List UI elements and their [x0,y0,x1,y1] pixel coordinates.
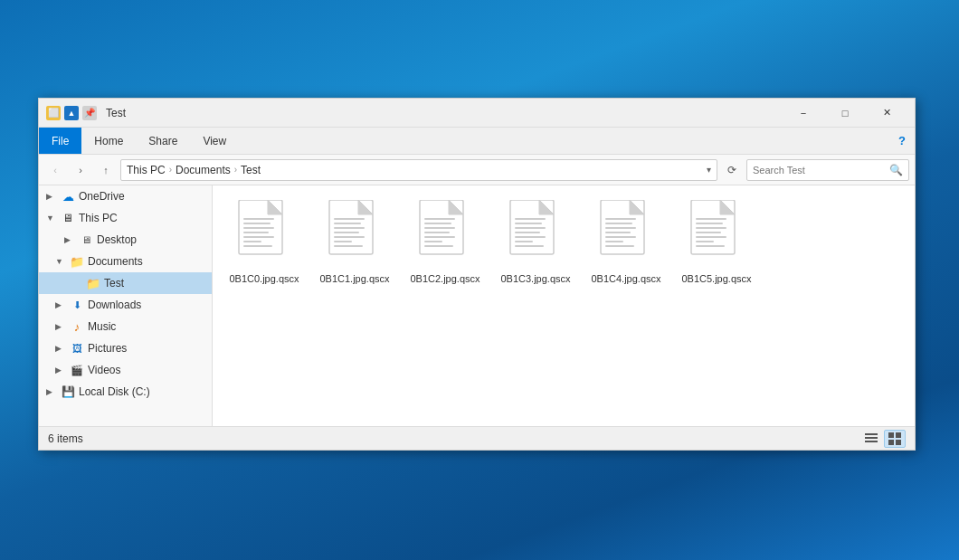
file-name-3: 0B1C3.jpg.qscx [500,272,570,285]
sidebar-item-thispc[interactable]: ▼ 🖥 This PC [39,207,212,229]
sidebar-item-desktop[interactable]: ▶ 🖥 Desktop [39,229,212,251]
file-name-0: 0B1C0.jpg.qscx [229,272,299,285]
expand-videos: ▶ [55,365,66,375]
menu-tab-home[interactable]: Home [81,128,136,154]
address-bar[interactable]: This PC › Documents › Test ▾ [120,159,717,181]
file-name-2: 0B1C2.jpg.qscx [410,272,480,285]
search-input[interactable] [753,165,889,176]
file-icon-1 [326,200,384,269]
file-icon-4 [597,200,655,269]
search-icon[interactable]: 🔍 [889,164,903,176]
menu-tab-view[interactable]: View [190,128,239,154]
svg-rect-27 [424,236,455,238]
test-icon: 📁 [86,276,100,290]
svg-rect-65 [888,440,894,445]
up-button[interactable]: ↑ [95,159,117,181]
svg-rect-44 [605,223,632,224]
svg-rect-39 [515,245,544,247]
svg-rect-63 [888,432,894,438]
svg-rect-25 [424,227,455,229]
file-item-5[interactable]: 0B1C5.jpg.qscx [676,196,757,289]
folder-icon-yellow: ⬜ [46,106,61,120]
item-count: 6 items [48,432,83,445]
svg-rect-14 [334,223,361,224]
svg-rect-23 [424,218,455,220]
documents-label: Documents [88,255,143,268]
menu-tab-share[interactable]: Share [136,128,190,154]
documents-icon: 📁 [70,254,84,269]
address-dropdown[interactable]: ▾ [707,165,711,175]
expand-music: ▶ [55,322,66,331]
svg-rect-60 [865,433,878,435]
title-bar-icons: ⬜ ▲ 📌 [46,106,97,120]
file-item-0[interactable]: 0B1C0.jpg.qscx [223,196,305,289]
expand-documents: ▼ [55,257,66,266]
grid-view-button[interactable] [884,430,906,448]
list-view-button[interactable] [860,430,882,448]
forward-button[interactable]: › [70,159,91,181]
svg-rect-48 [605,241,623,242]
minimize-button[interactable]: − [783,99,824,128]
nav-bar: ‹ › ↑ This PC › Documents › Test ▾ ⟳ 🔍 [39,155,915,185]
back-button[interactable]: ‹ [44,159,66,181]
file-explorer-window: ⬜ ▲ 📌 Test − □ ✕ File Home Share View ? … [38,98,916,451]
file-item-3[interactable]: 0B1C3.jpg.qscx [495,196,576,289]
svg-rect-62 [865,441,878,442]
svg-rect-56 [696,232,721,233]
svg-rect-64 [896,432,901,438]
sidebar-item-downloads[interactable]: ▶ ⬇ Downloads [39,294,212,316]
downloads-label: Downloads [88,299,141,311]
svg-rect-18 [334,241,352,242]
svg-rect-35 [515,227,546,229]
file-item-1[interactable]: 0B1C1.jpg.qscx [314,196,395,289]
svg-rect-55 [696,227,726,229]
maximize-button[interactable]: □ [824,99,866,128]
refresh-button[interactable]: ⟳ [721,159,743,181]
close-button[interactable]: ✕ [866,99,907,128]
svg-rect-38 [515,241,533,242]
svg-rect-26 [424,232,450,233]
search-box[interactable]: 🔍 [746,159,909,181]
svg-rect-9 [243,245,272,247]
expand-downloads: ▶ [55,300,66,309]
expand-pictures: ▶ [55,344,66,353]
file-name-4: 0B1C4.jpg.qscx [591,272,660,285]
status-bar: 6 items [39,426,915,450]
list-view-icon [865,432,878,445]
svg-rect-16 [334,232,359,233]
file-name-1: 0B1C1.jpg.qscx [319,272,389,285]
svg-rect-19 [334,245,363,247]
svg-rect-4 [243,223,271,224]
localdisk-label: Local Disk (C:) [79,385,150,398]
sidebar-item-onedrive[interactable]: ▶ ☁ OneDrive [39,185,212,207]
file-name-5: 0B1C5.jpg.qscx [681,272,751,285]
videos-label: Videos [88,364,120,376]
file-area: 0B1C0.jpg.qscx 0B1C1.jpg.qscx [213,185,915,426]
svg-rect-28 [424,241,442,242]
svg-rect-45 [605,227,636,229]
sidebar-item-videos[interactable]: ▶ 🎬 Videos [39,359,212,381]
sidebar-item-music[interactable]: ▶ ♪ Music [39,316,212,337]
file-icon-2 [416,200,474,269]
sidebar-item-pictures[interactable]: ▶ 🖼 Pictures [39,337,212,359]
thispc-label: This PC [79,212,118,224]
sidebar-item-documents[interactable]: ▼ 📁 Documents [39,251,212,272]
downloads-icon: ⬇ [70,298,84,312]
sidebar-item-test[interactable]: 📁 Test [39,272,212,294]
thispc-icon: 🖥 [61,211,75,225]
svg-rect-54 [696,223,723,224]
svg-rect-61 [865,437,878,439]
file-item-4[interactable]: 0B1C4.jpg.qscx [585,196,667,289]
svg-rect-58 [696,241,714,242]
svg-rect-36 [515,232,540,233]
menu-tab-file[interactable]: File [39,128,81,154]
svg-rect-37 [515,236,546,238]
crumb-thispc[interactable]: This PC [127,164,166,176]
crumb-documents[interactable]: Documents [176,164,231,176]
desktop-icon: 🖥 [79,233,93,247]
sidebar-item-localdisk[interactable]: ▶ 💾 Local Disk (C:) [39,381,212,403]
file-item-2[interactable]: 0B1C2.jpg.qscx [404,196,486,289]
svg-rect-33 [515,218,546,220]
svg-rect-53 [696,218,726,220]
help-button[interactable]: ? [889,128,915,154]
